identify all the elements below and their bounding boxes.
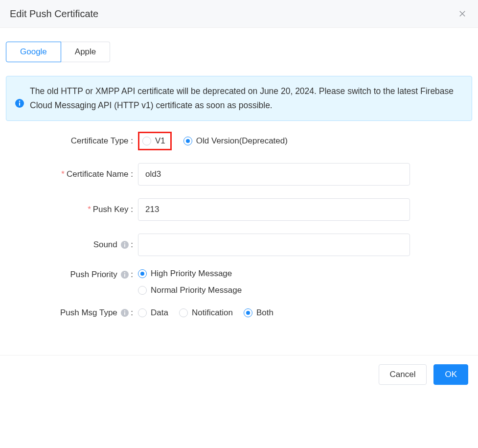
row-sound: Sound : xyxy=(6,234,472,256)
close-button[interactable] xyxy=(456,8,468,20)
radio-circle-icon xyxy=(138,286,147,295)
radio-msgtype-data[interactable]: Data xyxy=(138,308,168,318)
row-push-key: *Push Key : xyxy=(6,198,472,221)
svg-rect-7 xyxy=(124,274,125,277)
push-key-input[interactable] xyxy=(138,198,410,221)
svg-point-11 xyxy=(124,310,125,311)
modal-title: Edit Push Certificate xyxy=(10,8,98,20)
required-mark: * xyxy=(61,169,65,179)
label-cert-name: *Certificate Name : xyxy=(6,169,138,179)
cancel-button[interactable]: Cancel xyxy=(379,364,427,385)
row-cert-type: Certificate Type : V1 Old Version(Deprec… xyxy=(6,132,472,150)
label-push-key: *Push Key : xyxy=(6,205,138,214)
radio-cert-old[interactable]: Old Version(Deprecated) xyxy=(183,136,288,146)
sound-input[interactable] xyxy=(138,234,410,256)
highlight-v1: V1 xyxy=(138,132,172,150)
radio-msgtype-notification[interactable]: Notification xyxy=(179,308,233,318)
row-cert-name: *Certificate Name : xyxy=(6,163,472,186)
radio-circle-icon xyxy=(244,308,252,317)
label-push-priority: Push Priority : xyxy=(6,269,138,280)
modal-footer: Cancel OK xyxy=(0,355,478,394)
ok-button[interactable]: OK xyxy=(433,364,468,385)
deprecation-alert: The old HTTP or XMPP API certificate wil… xyxy=(6,76,472,121)
radio-label: Data xyxy=(151,308,168,318)
push-msg-type-control: Data Notification Both xyxy=(138,308,273,318)
label-cert-type: Certificate Type : xyxy=(6,136,138,146)
svg-point-5 xyxy=(124,242,125,243)
radio-circle-icon xyxy=(179,308,188,317)
close-icon xyxy=(458,9,467,18)
radio-priority-high[interactable]: High Priority Message xyxy=(138,269,232,279)
required-mark: * xyxy=(88,205,91,214)
radio-circle-icon xyxy=(142,137,151,145)
cert-type-control: V1 Old Version(Deprecated) xyxy=(138,132,288,150)
radio-label: Old Version(Deprecated) xyxy=(196,136,288,146)
info-icon[interactable] xyxy=(121,271,129,279)
radio-label: Normal Priority Message xyxy=(151,285,242,295)
alert-text: The old HTTP or XMPP API certificate wil… xyxy=(30,84,463,113)
tab-apple[interactable]: Apple xyxy=(61,42,110,62)
radio-msgtype-both[interactable]: Both xyxy=(244,308,273,318)
label-sound: Sound : xyxy=(6,240,138,250)
radio-circle-icon xyxy=(138,269,147,278)
radio-label: High Priority Message xyxy=(151,269,232,279)
svg-rect-10 xyxy=(124,312,125,315)
modal-body: Google Apple The old HTTP or XMPP API ce… xyxy=(0,28,478,340)
cert-name-input[interactable] xyxy=(138,163,410,186)
tabs: Google Apple xyxy=(6,42,472,62)
radio-label: Notification xyxy=(192,308,233,318)
radio-circle-icon xyxy=(183,137,192,145)
tab-google[interactable]: Google xyxy=(6,42,61,62)
row-push-priority: Push Priority : High Priority Message No… xyxy=(6,269,472,295)
svg-point-8 xyxy=(124,272,125,273)
radio-priority-normal[interactable]: Normal Priority Message xyxy=(138,285,242,295)
modal-header: Edit Push Certificate xyxy=(0,0,478,28)
radio-cert-v1[interactable]: V1 xyxy=(142,136,165,146)
radio-label: V1 xyxy=(155,136,165,146)
info-icon xyxy=(15,99,24,108)
radio-circle-icon xyxy=(138,308,147,317)
svg-rect-1 xyxy=(19,102,20,106)
info-icon[interactable] xyxy=(121,241,129,249)
row-push-msg-type: Push Msg Type : Data Notification Both xyxy=(6,308,472,318)
svg-point-2 xyxy=(19,100,20,101)
radio-label: Both xyxy=(256,308,273,318)
push-priority-control: High Priority Message Normal Priority Me… xyxy=(138,269,242,295)
info-icon[interactable] xyxy=(121,309,129,317)
svg-rect-4 xyxy=(124,244,125,247)
label-push-msg-type: Push Msg Type : xyxy=(6,308,138,318)
